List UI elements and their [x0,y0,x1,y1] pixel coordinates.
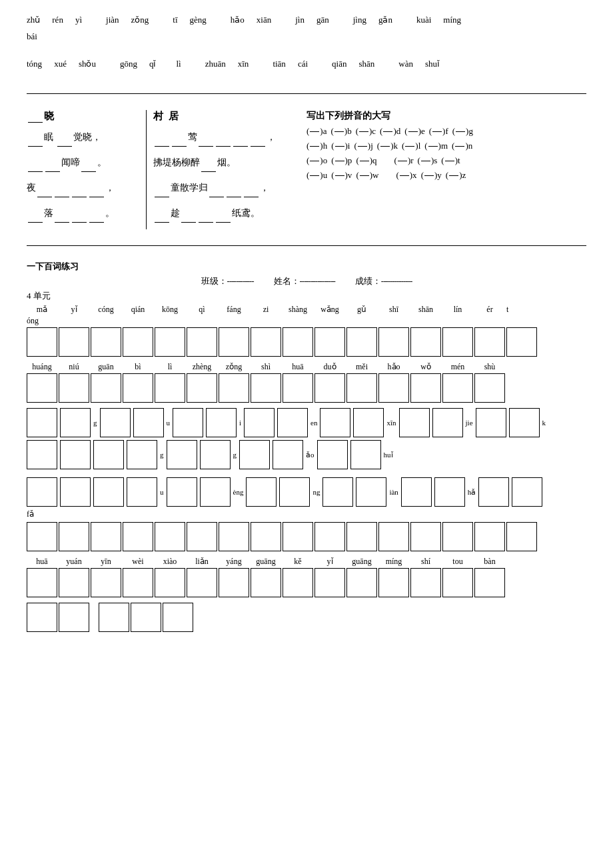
char-box [59,522,89,551]
char-box [27,477,57,507]
vocab-row-plain1 [27,522,586,551]
char-box [283,522,313,551]
char-box [91,522,121,551]
char-box [59,373,89,403]
alpha-f: ( )f [429,126,448,137]
char-box [163,603,193,632]
char-box [506,522,537,551]
pinyin-word: tī [173,13,177,27]
char-box [219,373,249,403]
char-box [353,408,384,437]
char-box [410,373,441,403]
alpha-row-1: ( )a ( )b ( )c ( )d ( )e ( )f ( )g [306,126,586,137]
unit-label: 4 单元 [27,290,586,302]
partial-row-2: g g ǎo huǐ [27,440,586,469]
char-box [399,408,430,437]
pinyin-word: tiān [273,57,286,71]
char-box [401,477,432,507]
char-box [410,568,441,597]
char-box [251,568,281,597]
alpha-t: ( )t [441,155,460,166]
char-box [474,568,505,597]
char-box [187,327,217,357]
char-box [187,568,217,597]
row1-suffix: óng [27,316,586,326]
char-box [283,373,313,403]
vocab-row1-pinyin: mǎ yǐ cóng qián kōng qì fáng zi shàng wǎ… [27,305,586,315]
alpha-k: ( )k [377,141,398,151]
char-box [131,603,161,632]
pinyin-word: bái [27,30,37,44]
alpha-u: ( )u [306,170,327,181]
alpha-row-3: ( )o ( )p ( )q ( )r ( )s ( )t [306,155,586,166]
char-box [509,408,540,437]
char-box [506,327,537,357]
char-box [474,327,505,357]
poem2-line3: 童散学归， [153,179,293,197]
pinyin-word: hǎo [231,13,245,27]
vocab-section-label: 一下百词练习 [27,261,586,273]
poem1-title: 晓 [27,110,139,123]
vocab-row3-boxes [27,568,586,597]
class-info-row: 班级：------------ 姓名：---------------- 成绩：-… [27,275,586,287]
char-box [478,477,509,507]
pinyin-word: gǎn [378,13,392,27]
pinyin-word: rén [52,13,63,27]
pinyin-word: míng [443,13,461,27]
char-box [27,373,57,403]
pinyin-word: xiān [257,13,271,27]
pinyin-word: zǒng [131,13,149,27]
char-box [27,522,57,551]
char-box [277,408,308,437]
char-box [378,327,409,357]
char-box [346,373,377,403]
pinyin-word: zhǔ [27,13,40,27]
alpha-y: ( )y [421,170,442,181]
char-box [167,477,197,507]
class-label: 班级：------------ [201,275,254,287]
char-box [59,568,89,597]
pinyin-row-1: zhǔ rén yì jiàn zǒng tī gèng hǎo xiān jì… [27,13,586,27]
char-box [314,373,345,403]
char-box [155,568,185,597]
name-label: 姓名：---------------- [274,275,335,287]
char-box [244,408,275,437]
char-box [155,373,185,403]
char-box [219,522,249,551]
char-box [187,522,217,551]
char-box [173,408,203,437]
pinyin-word: qǐ [149,57,157,71]
char-box [251,373,281,403]
alpha-q: ( )q [356,155,376,166]
alpha-row-4: ( )u ( )v ( )w ( )x ( )y ( )z [306,170,586,181]
char-box [317,440,348,469]
pinyin-word: jìn [295,13,305,27]
alpha-s: ( )s [418,155,438,166]
char-box [474,522,505,551]
pinyin-word: lì [176,57,181,71]
pinyin-word: shuǐ [425,57,440,71]
alpha-row-2: ( )h ( )i ( )j ( )k ( )l ( )m ( )n [306,141,586,151]
char-box [410,327,441,357]
char-box [91,568,121,597]
char-box [155,327,185,357]
uppercase-title: 写出下列拼音的大写 [306,110,586,122]
pinyin-word: cái [298,57,308,71]
char-box [123,373,153,403]
alpha-r: ( )r [394,155,414,166]
alpha-n: ( )n [452,141,472,151]
poem2-col: 村 居 莺， 拂堤杨柳醉烟。 童散学归， 趁纸鸢。 [153,110,300,229]
alpha-c: ( )c [356,126,376,137]
char-box [246,477,277,507]
char-box [251,327,281,357]
char-box [314,568,345,597]
three-column-section: 晓 眠 觉晓， 闻啼。 夜， 落。 村 居 莺， 拂堤杨柳醉烟。 童散学归， 趁… [27,110,586,229]
partial-row-1: g u i en xīn jie k [27,408,586,437]
char-box [27,603,57,632]
score-label: 成绩：-------------- [355,275,412,287]
char-box [60,477,91,507]
alpha-j: ( )j [354,141,372,151]
char-box [251,522,281,551]
poem1-line2: 闻啼。 [27,153,139,172]
char-box [27,408,57,437]
